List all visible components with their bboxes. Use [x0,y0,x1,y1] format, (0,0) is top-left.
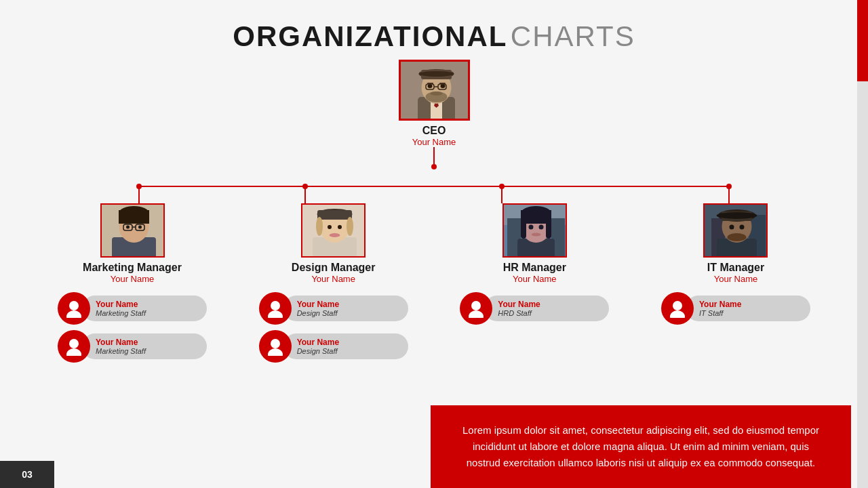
svg-point-83 [717,212,757,219]
svg-point-87 [673,301,682,310]
it-photo-box [703,203,768,258]
design-staff-1-avatar [259,292,292,325]
hr-staff-1-avatar [460,292,492,325]
hr-name: Your Name [513,274,557,284]
ceo-vline [433,147,435,164]
person-icon-5 [467,299,486,318]
marketing-staff-1-role: Marketing Staff [96,309,199,317]
marketing-staff-1-info: Your Name Marketing Staff [82,296,207,321]
hr-staff-1: Your Name HRD Staff [460,292,609,325]
svg-point-52 [330,233,340,237]
ceo-photo [401,62,470,121]
person-icon [64,299,83,318]
svg-point-36 [126,226,130,229]
svg-rect-47 [317,210,352,220]
svg-rect-32 [119,210,149,224]
svg-point-86 [740,225,745,230]
svg-point-72 [469,310,484,318]
svg-point-12 [440,84,445,88]
svg-point-11 [427,84,432,88]
design-staff-2-info: Your Name Design Staff [283,333,408,359]
marketing-staff-2-info: Your Name Marketing Staff [82,333,207,359]
marketing-staff-1: Your Name Marketing Staff [58,292,207,325]
svg-point-37 [138,226,142,229]
svg-point-84 [728,233,747,241]
svg-point-48 [316,217,323,236]
title-light: CHARTS [511,20,635,52]
marketing-role: Marketing Manager [83,262,182,274]
svg-point-51 [338,225,342,229]
it-staff-1-role: IT Staff [699,309,802,317]
ceo-role: CEO [422,125,446,137]
svg-point-55 [271,339,280,348]
person-icon-3 [266,299,285,318]
person-icon-2 [64,337,83,356]
hr-photo-box [502,203,567,258]
managers-row: Marketing Manager Your Name Your Name Ma… [41,169,827,363]
lorem-text: Lorem ipsum dolor sit amet, consectetur … [462,424,819,468]
manager-col-it: IT Manager Your Name Your Name IT Staff [644,203,827,363]
tree-container: Marketing Manager Your Name Your Name Ma… [41,169,827,363]
title-bold: ORGANIZATIONAL [233,20,507,52]
hr-photo [504,205,567,258]
design-staff-2-name: Your Name [297,338,400,347]
design-photo-box [301,203,366,258]
svg-point-71 [471,301,481,310]
it-name: Your Name [714,274,758,284]
page-number: 03 [0,461,54,488]
svg-rect-66 [521,218,526,239]
marketing-staff-1-avatar [58,292,90,325]
design-staff-2-avatar [259,330,292,363]
svg-point-38 [69,301,79,310]
marketing-staff-1-name: Your Name [96,300,199,309]
svg-point-56 [268,348,283,356]
svg-point-69 [538,225,543,230]
manager-col-hr: HR Manager Your Name Your Name HRD Staff [443,203,626,363]
ceo-name: Your Name [412,137,456,147]
marketing-staff-2: Your Name Marketing Staff [58,330,207,363]
svg-point-50 [328,225,332,229]
it-photo [705,205,768,258]
svg-point-70 [531,233,540,237]
svg-point-10 [418,71,454,77]
marketing-photo-box [100,203,165,258]
marketing-photo [102,205,165,258]
design-photo [302,205,366,258]
ceo-card: CEO Your Name [399,60,470,147]
design-staff-1-info: Your Name Design Staff [283,296,408,321]
design-name: Your Name [311,274,355,284]
it-staff-1-info: Your Name IT Staff [686,296,810,321]
marketing-staff-2-name: Your Name [96,338,199,347]
svg-point-40 [69,339,79,348]
design-role: Design Manager [292,262,376,274]
svg-point-7 [430,92,442,96]
svg-point-85 [730,225,734,230]
svg-rect-67 [546,218,551,239]
it-staff-1-name: Your Name [699,300,802,309]
it-staff-1: Your Name IT Staff [661,292,810,325]
manager-col-design: Design Manager Your Name Your Name Desig… [242,203,425,363]
lorem-box: Lorem ipsum dolor sit amet, consectetur … [431,405,851,488]
it-staff-1-avatar [661,292,694,325]
svg-point-39 [66,310,81,318]
hr-staff-1-role: HRD Staff [498,309,601,317]
svg-point-54 [268,310,283,318]
svg-point-41 [66,348,81,356]
page-title: ORGANIZATIONAL CHARTS [0,0,868,53]
design-staff-2: Your Name Design Staff [259,330,408,363]
design-staff-1-role: Design Staff [297,309,400,317]
manager-col-marketing: Marketing Manager Your Name Your Name Ma… [41,203,224,363]
design-staff-1: Your Name Design Staff [259,292,408,325]
hr-role: HR Manager [503,262,566,274]
person-icon-6 [668,299,687,318]
hr-staff-1-info: Your Name HRD Staff [484,296,609,321]
design-staff-2-role: Design Staff [297,347,400,355]
svg-point-68 [528,225,533,230]
ceo-dot [431,164,437,169]
marketing-staff-2-avatar [58,330,90,363]
org-chart: CEO Your Name [0,60,868,363]
svg-point-49 [347,217,353,236]
hr-staff-1-name: Your Name [498,300,601,309]
person-icon-4 [266,337,285,356]
svg-point-88 [670,310,685,318]
